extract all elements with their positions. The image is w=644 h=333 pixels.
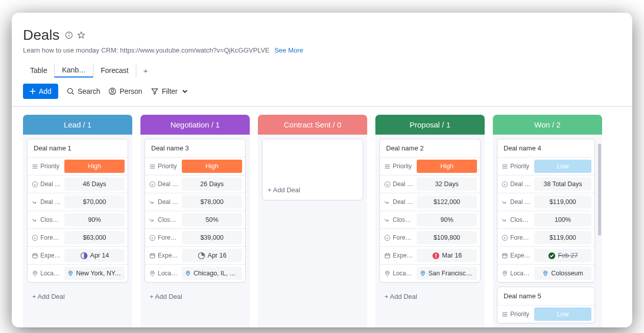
field-row: fxForeca…$119,000 [497,228,594,246]
field-value[interactable]: 90% [417,213,477,226]
field-value[interactable]: $119,000 [534,231,591,244]
add-deal-button[interactable]: + Add Deal [145,287,246,306]
field-value[interactable]: $70,000 [64,195,125,209]
add-button[interactable]: Add [23,84,58,99]
svg-point-2 [68,33,69,34]
field-value[interactable]: San Francisco, C… [417,267,477,280]
column-header[interactable]: Won / 2 [493,115,602,135]
field-label: ¹₂₃Close P… [145,211,182,228]
field-value[interactable]: Apr 16 [182,249,242,262]
field-row: LocationChicago, IL, USA [145,264,245,282]
kanban-column: Contract Sent / 0+ Add Deal [258,115,367,327]
star-icon[interactable] [77,31,85,39]
field-row: Expecte…Apr 14 [28,246,128,264]
svg-line-4 [72,93,74,94]
field-value[interactable]: 38 Total Days [534,177,591,191]
filter-button[interactable]: Filter [151,87,189,95]
svg-text:fx: fx [152,237,154,239]
field-row: fxDeal len…32 Days [380,175,480,193]
field-value[interactable]: Feb 27 [534,249,591,262]
column-header[interactable]: Negotiation / 1 [140,115,250,135]
field-value[interactable]: Mar 16 [417,249,477,262]
see-more-link[interactable]: See More [274,46,303,54]
search-icon [66,87,75,95]
field-value[interactable]: $119,000 [534,195,591,209]
add-deal-button[interactable]: + Add Deal [379,287,481,306]
field-row: ¹₂₃Deal V…$119,000 [497,193,594,211]
svg-text:fx: fx [504,183,506,186]
svg-text:fx: fx [387,183,389,186]
field-value[interactable]: High [182,160,242,173]
svg-text:fx: fx [387,237,389,239]
kanban-column: Negotiation / 1Deal name 3PriorityHighfx… [140,115,250,327]
field-value[interactable]: Chicago, IL, USA [182,267,242,280]
field-value[interactable]: $122,000 [417,195,477,209]
tab-table[interactable]: Table [23,63,54,78]
deal-card[interactable]: Deal name 2PriorityHighfxDeal len…32 Day… [379,139,481,283]
field-value[interactable]: $39,000 [182,231,242,244]
column-header[interactable]: Proposal / 1 [375,115,485,135]
scrollbar[interactable] [598,140,601,322]
field-row: ¹₂₃Deal Va…$70,000 [28,193,128,211]
field-value[interactable]: Apr 14 [64,249,125,262]
field-row: fxForecas…$63,000 [28,228,128,246]
field-row: ¹₂₃Close P…90% [28,211,128,228]
svg-rect-54 [503,253,507,258]
field-label: Location [145,265,182,282]
person-button[interactable]: Person [108,87,142,95]
deal-card[interactable]: Deal name 4PriorityLowfxDeal le…38 Total… [497,139,595,283]
field-label: Expecte… [380,247,417,264]
tab-forecast[interactable]: Forecast [93,63,135,78]
svg-point-47 [422,272,423,273]
svg-text:fx: fx [504,237,506,239]
tab-add[interactable]: + [136,63,155,78]
svg-point-59 [504,272,506,273]
deal-card[interactable]: Deal name 1PriorityHighfxDeal len…46 Day… [27,139,128,283]
svg-text:fx: fx [34,237,36,239]
search-button[interactable]: Search [66,87,100,95]
field-value[interactable]: 32 Days [417,177,477,191]
deal-card[interactable]: Deal name 5PriorityLow [497,287,595,323]
field-row: fxDeal len…26 Days [145,175,245,193]
field-label: ¹₂₃Close P… [380,211,417,228]
field-value[interactable]: 46 Days [64,177,125,191]
field-value[interactable]: $78,000 [182,195,242,209]
field-value[interactable]: Colosseum [534,267,591,280]
field-value[interactable]: 50% [182,213,242,226]
svg-rect-26 [150,253,155,258]
svg-text:¹₂₃: ¹₂₃ [32,200,36,203]
info-icon[interactable] [65,31,73,39]
field-row: ¹₂₃Deal Va…$122,000 [380,193,480,211]
field-row: PriorityHigh [28,157,128,175]
field-value[interactable]: 100% [534,213,591,226]
svg-text:¹₂₃: ¹₂₃ [385,218,389,221]
field-value[interactable]: $109,800 [417,231,477,244]
field-value[interactable]: Low [534,160,591,173]
field-value[interactable]: 26 Days [182,177,242,191]
field-value[interactable]: Low [534,308,591,321]
field-row: LocationNew York, NY, USA [28,264,128,282]
svg-text:¹₂₃: ¹₂₃ [150,218,154,221]
field-value[interactable]: High [417,160,477,173]
tab-kanban[interactable]: Kanb… [54,63,93,78]
svg-text:fx: fx [34,183,36,186]
field-label: fxDeal len… [145,175,182,193]
field-value[interactable]: $63,000 [64,231,125,244]
kanban-column: Lead / 1Deal name 1PriorityHighfxDeal le… [23,115,132,327]
field-value[interactable]: New York, NY, USA [64,267,125,280]
field-label: fxDeal le… [497,175,534,193]
field-label: ¹₂₃Close P… [28,211,64,228]
add-deal-button[interactable]: + Add Deal [263,180,363,200]
empty-card: + Add Deal [262,139,363,200]
add-deal-button[interactable]: + Add Deal [27,287,128,306]
field-row: ¹₂₃Close P…50% [145,211,245,228]
field-row: fxDeal len…46 Days [28,175,128,193]
deal-card[interactable]: Deal name 3PriorityHighfxDeal len…26 Day… [145,139,246,283]
card-title: Deal name 3 [145,139,245,157]
column-header[interactable]: Lead / 1 [23,115,132,135]
field-value[interactable]: High [64,160,125,173]
column-header[interactable]: Contract Sent / 0 [258,115,367,135]
field-label: Location [380,265,417,282]
field-row: LocationColosseum [497,264,594,282]
field-value[interactable]: 90% [64,213,125,226]
